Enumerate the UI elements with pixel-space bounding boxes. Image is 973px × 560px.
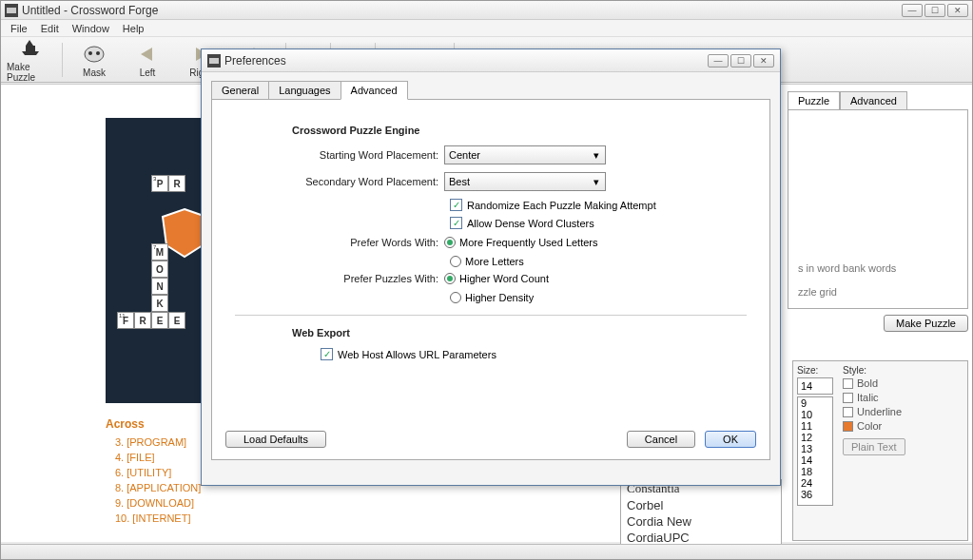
prefer-words-radio-b[interactable]: More Letters bbox=[450, 256, 747, 267]
left-tool[interactable]: Left bbox=[124, 42, 171, 78]
clue-item[interactable]: 9. [DOWNLOAD] bbox=[106, 495, 248, 511]
size-input[interactable] bbox=[797, 377, 833, 395]
tab-advanced[interactable]: Advanced bbox=[840, 91, 907, 110]
web-host-label: Web Host Allows URL Parameters bbox=[338, 349, 496, 360]
web-host-checkbox-row[interactable]: ✓ Web Host Allows URL Parameters bbox=[321, 348, 747, 360]
clue-item[interactable]: 10. [INTERNET] bbox=[106, 511, 248, 526]
window-controls: — ☐ ✕ bbox=[902, 4, 968, 17]
size-option[interactable]: 24 bbox=[798, 477, 832, 489]
size-list[interactable]: 91011121314182436 bbox=[797, 396, 833, 506]
radio-off-icon bbox=[450, 256, 461, 267]
dialog-maximize-button[interactable]: ☐ bbox=[730, 54, 751, 68]
menu-edit[interactable]: Edit bbox=[35, 22, 65, 35]
secondary-placement-select[interactable]: Best ▾ bbox=[444, 172, 606, 191]
prefs-tab-advanced[interactable]: Advanced bbox=[341, 81, 408, 100]
size-option[interactable]: 36 bbox=[798, 489, 832, 500]
load-defaults-button[interactable]: Load Defaults bbox=[225, 431, 326, 448]
puzzle-cell[interactable]: O bbox=[151, 261, 168, 278]
radio-label: More Frequently Used Letters bbox=[459, 237, 598, 248]
starting-placement-select[interactable]: Center ▾ bbox=[444, 145, 606, 164]
prefs-tabs: General Languages Advanced bbox=[211, 80, 780, 99]
make-puzzle-tool[interactable]: Make Puzzle bbox=[7, 36, 54, 83]
radio-label: Higher Word Count bbox=[459, 273, 549, 284]
panel-body: s in word bank words zzle grid bbox=[788, 109, 968, 309]
chevron-down-icon: ▾ bbox=[590, 148, 603, 162]
randomize-checkbox-row[interactable]: ✓ Randomize Each Puzzle Making Attempt bbox=[450, 199, 747, 211]
checkbox-icon bbox=[843, 407, 853, 417]
size-option[interactable]: 10 bbox=[798, 409, 832, 420]
style-italic-row[interactable]: Italic bbox=[843, 392, 963, 403]
puzzle-cell[interactable]: N bbox=[151, 278, 168, 295]
radio-on-icon bbox=[444, 237, 456, 248]
prefer-puzzles-radio-a[interactable]: Higher Word Count bbox=[444, 273, 549, 284]
font-panel: Size: 91011121314182436 Style: Bold Ital… bbox=[792, 360, 968, 541]
maximize-button[interactable]: ☐ bbox=[924, 4, 945, 17]
puzzle-cell[interactable]: P3 bbox=[151, 175, 168, 192]
prefs-tab-languages[interactable]: Languages bbox=[268, 81, 341, 100]
style-bold-row[interactable]: Bold bbox=[843, 377, 963, 389]
size-option[interactable]: 14 bbox=[798, 454, 832, 466]
mask-tool[interactable]: Mask bbox=[70, 42, 118, 78]
prefer-puzzles-radio-b[interactable]: Higher Density bbox=[450, 292, 747, 303]
ok-button[interactable]: OK bbox=[705, 431, 756, 448]
dialog-close-button[interactable]: ✕ bbox=[753, 54, 774, 68]
color-label: Color bbox=[857, 420, 882, 432]
style-color-row[interactable]: Color bbox=[843, 420, 963, 432]
divider bbox=[235, 315, 747, 316]
menu-file[interactable]: File bbox=[5, 22, 33, 35]
checkbox-checked-icon: ✓ bbox=[321, 348, 333, 360]
minimize-button[interactable]: — bbox=[902, 4, 923, 17]
select-value: Center bbox=[449, 149, 480, 161]
plain-text-button[interactable]: Plain Text bbox=[843, 438, 905, 455]
secondary-placement-label: Secondary Word Placement: bbox=[235, 176, 444, 187]
menu-help[interactable]: Help bbox=[117, 22, 150, 35]
dense-checkbox-row[interactable]: ✓ Allow Dense Word Clusters bbox=[450, 217, 747, 229]
puzzle-cell[interactable]: E bbox=[151, 312, 168, 329]
size-option[interactable]: 18 bbox=[798, 466, 832, 477]
tab-puzzle[interactable]: Puzzle bbox=[788, 91, 840, 110]
style-label: Style: bbox=[843, 365, 963, 376]
bold-label: Bold bbox=[857, 377, 878, 389]
size-option[interactable]: 9 bbox=[798, 397, 832, 409]
font-option[interactable]: Cordia New bbox=[621, 513, 781, 530]
select-value: Best bbox=[449, 176, 470, 187]
size-option[interactable]: 12 bbox=[798, 432, 832, 443]
tool-label: Make Puzzle bbox=[7, 62, 54, 83]
dialog-title: Preferences bbox=[224, 54, 708, 68]
svg-point-4 bbox=[96, 51, 100, 55]
puzzle-cell[interactable]: E bbox=[168, 312, 185, 329]
italic-label: Italic bbox=[857, 392, 879, 403]
puzzle-cell[interactable]: M7 bbox=[151, 243, 168, 261]
hint-text-1: s in word bank words bbox=[798, 262, 896, 274]
make-puzzle-button[interactable]: Make Puzzle bbox=[884, 315, 968, 332]
svg-rect-15 bbox=[209, 58, 219, 64]
anvil-icon bbox=[18, 36, 43, 61]
dialog-titlebar: Preferences — ☐ ✕ bbox=[202, 49, 780, 72]
puzzle-cell[interactable]: R bbox=[168, 175, 185, 192]
size-option[interactable]: 13 bbox=[798, 443, 832, 454]
size-label: Size: bbox=[797, 365, 837, 376]
preferences-dialog: Preferences — ☐ ✕ General Languages Adva… bbox=[201, 48, 781, 486]
font-option[interactable]: Corbel bbox=[621, 497, 781, 513]
randomize-label: Randomize Each Puzzle Making Attempt bbox=[467, 200, 656, 211]
titlebar: Untitled - Crossword Forge — ☐ ✕ bbox=[1, 1, 972, 20]
main-window: Untitled - Crossword Forge — ☐ ✕ File Ed… bbox=[0, 0, 973, 560]
close-button[interactable]: ✕ bbox=[947, 4, 968, 17]
checkbox-icon bbox=[843, 378, 853, 389]
checkbox-checked-icon: ✓ bbox=[450, 199, 462, 211]
puzzle-cell[interactable]: K bbox=[151, 295, 168, 312]
window-title: Untitled - Crossword Forge bbox=[22, 4, 902, 17]
prefer-words-radio-a[interactable]: More Frequently Used Letters bbox=[444, 237, 598, 248]
starting-placement-label: Starting Word Placement: bbox=[235, 149, 444, 161]
style-underline-row[interactable]: Underline bbox=[843, 406, 963, 417]
dialog-minimize-button[interactable]: — bbox=[708, 54, 729, 68]
size-option[interactable]: 11 bbox=[798, 420, 832, 432]
menu-window[interactable]: Window bbox=[67, 22, 115, 35]
prefs-tab-general[interactable]: General bbox=[211, 81, 269, 100]
puzzle-cell[interactable]: R bbox=[134, 312, 151, 329]
svg-point-2 bbox=[85, 47, 104, 62]
menubar: File Edit Window Help bbox=[1, 20, 972, 37]
cancel-button[interactable]: Cancel bbox=[627, 431, 695, 448]
hint-text-2: zzle grid bbox=[798, 286, 837, 298]
puzzle-cell[interactable]: F11 bbox=[117, 312, 134, 329]
